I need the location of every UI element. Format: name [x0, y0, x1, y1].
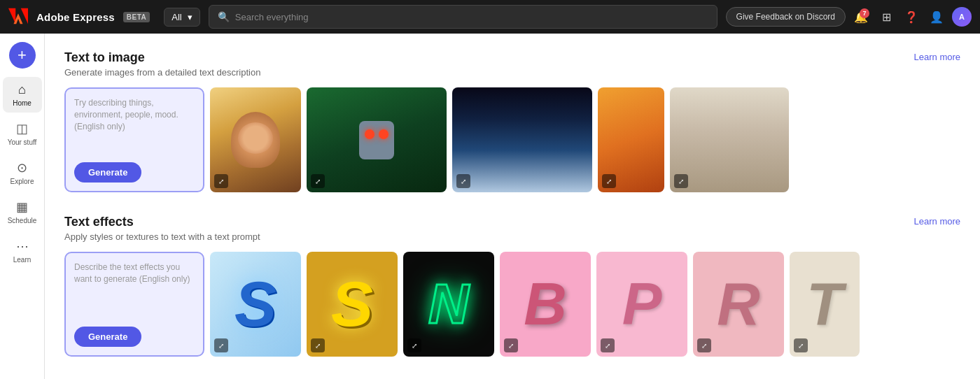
learn-icon: ⋯	[16, 238, 29, 254]
sidebar-item-your-stuff[interactable]: ◫ Your stuff	[3, 115, 42, 152]
text-effects-generate-card: Generate	[64, 252, 204, 357]
text-effects-subtitle: Apply styles or textures to text with a …	[64, 231, 260, 242]
text-effects-generate-button[interactable]: Generate	[74, 327, 141, 347]
sidebar-item-learn[interactable]: ⋯ Learn	[3, 233, 42, 269]
sidebar-item-schedule[interactable]: ▦ Schedule	[3, 194, 42, 230]
explore-icon: ⊙	[17, 160, 27, 176]
letter-s-blue: S	[234, 269, 276, 341]
text-effect-s-gold: S ⤢	[307, 252, 398, 357]
search-input[interactable]	[235, 12, 708, 22]
section-header-text-to-image: Text to image Generate images from a det…	[64, 50, 960, 78]
expand-icon[interactable]: ⤢	[311, 338, 325, 352]
nav-actions: Give Feedback on Discord 🔔 7 ⊞ ❓ 👤 A	[726, 7, 972, 27]
preview-image-robot: ⤢	[307, 87, 447, 192]
expand-icon[interactable]: ⤢	[697, 338, 711, 352]
notification-badge: 7	[860, 8, 869, 18]
section-header-text-effects: Text effects Apply styles or textures to…	[64, 215, 960, 242]
sidebar-item-explore[interactable]: ⊙ Explore	[3, 155, 42, 191]
avatar[interactable]: A	[952, 7, 972, 27]
letter-r-glitter: R	[717, 270, 760, 338]
notifications-icon[interactable]: 🔔 7	[851, 7, 871, 27]
svg-marker-0	[8, 8, 15, 24]
section-title: Text to image	[64, 50, 260, 65]
text-effect-p-flower: P ⤢	[596, 252, 687, 357]
section-title-group-effects: Text effects Apply styles or textures to…	[64, 215, 260, 242]
letter-s-gold: S	[331, 269, 373, 341]
text-effect-r-glitter: R ⤢	[693, 252, 784, 357]
learn-more-effects-link[interactable]: Learn more	[914, 215, 960, 227]
expand-icon[interactable]: ⤢	[214, 174, 228, 188]
sidebar-item-home[interactable]: ⌂ Home	[3, 77, 42, 113]
letter-t-beige: T	[806, 270, 843, 338]
expand-icon[interactable]: ⤢	[456, 174, 470, 188]
text-effects-title: Text effects	[64, 215, 260, 229]
section-title-group: Text to image Generate images from a det…	[64, 50, 260, 78]
expand-icon[interactable]: ⤢	[602, 174, 616, 188]
expand-icon[interactable]: ⤢	[311, 174, 325, 188]
account-icon[interactable]: 👤	[927, 7, 946, 27]
letter-p-flower: P	[622, 270, 662, 338]
text-effects-section: Text effects Apply styles or textures to…	[64, 215, 960, 357]
text-to-image-grid: Generate ⤢	[64, 87, 960, 192]
beta-badge: BETA	[123, 12, 150, 22]
search-bar[interactable]: 🔍	[209, 5, 718, 29]
text-effects-textarea[interactable]	[74, 262, 195, 321]
text-to-image-section: Text to image Generate images from a det…	[64, 50, 960, 192]
expand-icon[interactable]: ⤢	[601, 338, 615, 352]
preview-image-balloon: ⤢	[598, 87, 664, 192]
sidebar: + ⌂ Home ◫ Your stuff ⊙ Explore ▦ Schedu…	[0, 34, 45, 379]
letter-b-pink: B	[524, 270, 566, 338]
learn-more-link[interactable]: Learn more	[914, 50, 960, 62]
text-effect-s-blue: S ⤢	[210, 252, 301, 357]
expand-icon[interactable]: ⤢	[504, 338, 518, 352]
main-layout: + ⌂ Home ◫ Your stuff ⊙ Explore ▦ Schedu…	[0, 34, 980, 379]
search-icon: 🔍	[218, 11, 230, 22]
text-effect-t-beige: T ⤢	[790, 252, 860, 357]
text-to-image-generate-button[interactable]: Generate	[74, 162, 141, 183]
add-button[interactable]: +	[9, 42, 36, 69]
text-to-image-generate-card: Generate	[64, 87, 204, 192]
text-effects-grid: Generate S ⤢ S ⤢ N ⤢	[64, 252, 960, 357]
folder-icon: ◫	[16, 121, 28, 136]
filter-label: All	[172, 12, 181, 22]
app-title: Adobe Express	[36, 11, 115, 23]
filter-dropdown[interactable]: All ▾	[164, 8, 200, 27]
expand-icon[interactable]: ⤢	[407, 338, 421, 352]
text-effect-b-pink: B ⤢	[500, 252, 591, 357]
home-icon: ⌂	[18, 83, 26, 97]
help-icon[interactable]: ❓	[902, 7, 921, 27]
top-navigation: Adobe Express BETA All ▾ 🔍 Give Feedback…	[0, 0, 980, 34]
adobe-logo-icon[interactable]	[8, 7, 28, 27]
preview-image-astronaut: ⤢	[452, 87, 592, 192]
feedback-button[interactable]: Give Feedback on Discord	[726, 7, 846, 27]
apps-icon[interactable]: ⊞	[876, 7, 896, 27]
svg-marker-1	[21, 8, 28, 24]
section-subtitle: Generate images from a detailed text des…	[64, 67, 260, 78]
text-effect-n-neon: N ⤢	[403, 252, 494, 357]
preview-image-hamster: ⤢	[210, 87, 301, 192]
text-to-image-textarea[interactable]	[74, 97, 195, 157]
chevron-down-icon: ▾	[188, 12, 192, 22]
calendar-icon: ▦	[16, 199, 28, 215]
letter-n-neon: N	[428, 272, 469, 336]
expand-icon[interactable]: ⤢	[674, 174, 688, 188]
expand-icon[interactable]: ⤢	[794, 338, 808, 352]
expand-icon[interactable]: ⤢	[214, 338, 228, 352]
main-content: Text to image Generate images from a det…	[45, 34, 980, 379]
preview-image-skyline: ⤢	[670, 87, 789, 192]
